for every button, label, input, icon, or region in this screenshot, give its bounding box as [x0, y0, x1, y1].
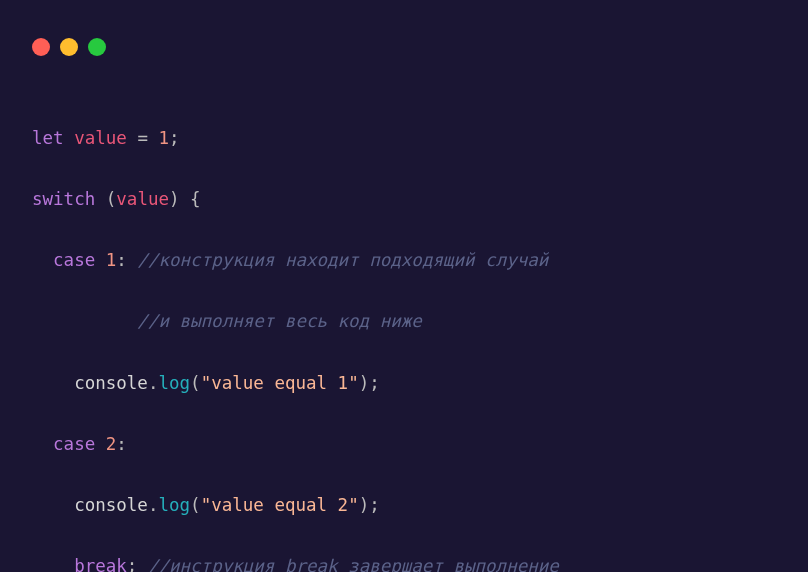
keyword-break: break	[74, 556, 127, 572]
semicolon: ;	[169, 128, 180, 148]
code-line: //и выполняет весь код ниже	[32, 306, 776, 337]
number-literal: 2	[106, 434, 117, 454]
dot: .	[148, 373, 159, 393]
code-line: console.log("value equal 1");	[32, 368, 776, 399]
method-log: log	[158, 373, 190, 393]
code-line: switch (value) {	[32, 184, 776, 215]
code-line: case 2:	[32, 429, 776, 460]
close-dot	[32, 38, 50, 56]
code-line: break; //инструкция break завершает выпо…	[32, 551, 776, 572]
keyword-switch: switch	[32, 189, 95, 209]
method-log: log	[158, 495, 190, 515]
code-line: case 1: //конструкция находит подходящий…	[32, 245, 776, 276]
keyword-case: case	[53, 250, 95, 270]
code-line: let value = 1;	[32, 123, 776, 154]
comment: //конструкция находит подходящий случай	[137, 250, 548, 270]
code-line: console.log("value equal 2");	[32, 490, 776, 521]
semicolon: ;	[369, 373, 380, 393]
code-block: let value = 1; switch (value) { case 1: …	[32, 92, 776, 572]
brace-open: {	[190, 189, 201, 209]
operator: =	[127, 128, 159, 148]
paren-close: )	[359, 495, 370, 515]
comment: //инструкция break завершает выполнение	[148, 556, 559, 572]
string-literal: "value equal 1"	[201, 373, 359, 393]
string-literal: "value equal 2"	[201, 495, 359, 515]
semicolon: ;	[369, 495, 380, 515]
comment: //и выполняет весь код ниже	[137, 311, 421, 331]
identifier: value	[74, 128, 127, 148]
window-controls	[32, 38, 776, 56]
number-literal: 1	[158, 128, 169, 148]
paren-open: (	[190, 373, 201, 393]
object-console: console	[74, 495, 148, 515]
paren-open: (	[190, 495, 201, 515]
keyword-let: let	[32, 128, 64, 148]
object-console: console	[74, 373, 148, 393]
minimize-dot	[60, 38, 78, 56]
paren-open: (	[106, 189, 117, 209]
number-literal: 1	[106, 250, 117, 270]
dot: .	[148, 495, 159, 515]
maximize-dot	[88, 38, 106, 56]
colon: :	[116, 434, 127, 454]
paren-close: )	[169, 189, 180, 209]
paren-close: )	[359, 373, 370, 393]
keyword-case: case	[53, 434, 95, 454]
colon: :	[116, 250, 127, 270]
semicolon: ;	[127, 556, 138, 572]
identifier: value	[116, 189, 169, 209]
